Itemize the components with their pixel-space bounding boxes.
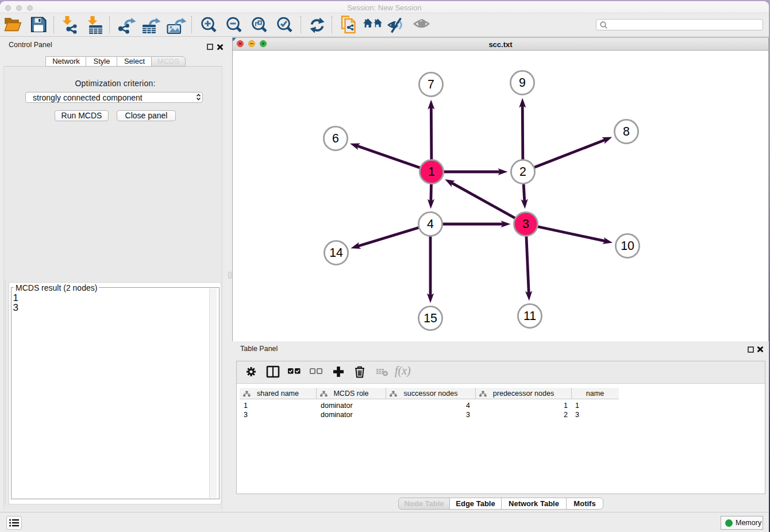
svg-text:3: 3	[522, 217, 529, 231]
svg-text:9: 9	[519, 76, 526, 90]
svg-text:4: 4	[427, 217, 434, 231]
svg-text:6: 6	[332, 132, 339, 145]
svg-text:8: 8	[623, 125, 630, 138]
svg-text:7: 7	[428, 78, 434, 91]
svg-text:2: 2	[519, 165, 526, 179]
svg-text:10: 10	[621, 239, 634, 253]
svg-text:11: 11	[523, 309, 536, 323]
svg-text:14: 14	[329, 246, 343, 260]
svg-text:15: 15	[424, 311, 437, 325]
svg-text:1: 1	[428, 165, 435, 179]
